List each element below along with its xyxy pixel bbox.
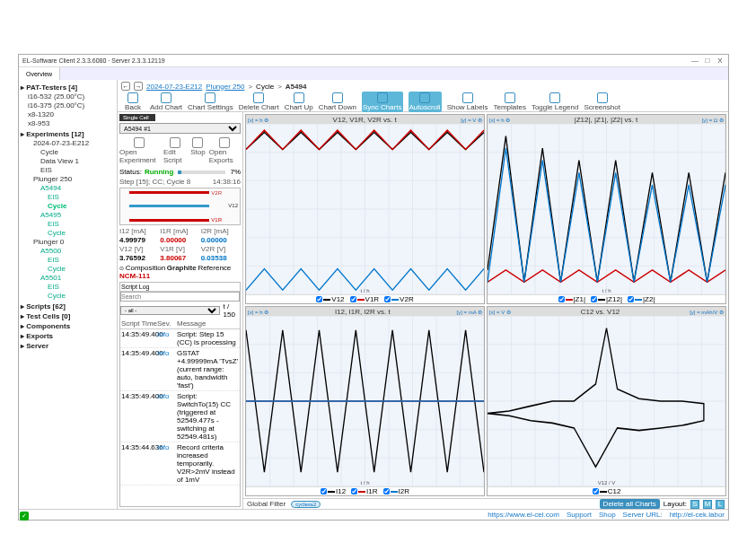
sidebar-group[interactable]: ▸ Components [21, 322, 115, 330]
toolbar-delete-chart[interactable]: Delete Chart [239, 92, 279, 111]
log-row: 14:35:49.400InfoScript: Step 15 (CC) is … [120, 329, 240, 348]
log-search-input[interactable] [120, 292, 240, 302]
log-rows: 14:35:49.400InfoScript: Step 15 (CC) is … [120, 329, 240, 506]
panel-edit-script[interactable]: Edit Script [163, 137, 187, 164]
panel-action-buttons: Open ExperimentEdit ScriptStopOpen Expor… [119, 137, 241, 164]
sidebar-item[interactable]: x8-1320 [21, 110, 115, 119]
progress-pct: 7% [230, 168, 241, 176]
main-area: ▸ PAT-Testers [4]i16-532 (25.00°C)i16-37… [19, 80, 728, 509]
sidebar-item[interactable]: EIS [21, 166, 115, 175]
nav-back-button[interactable]: ← [121, 82, 130, 91]
delete-all-charts-button[interactable]: Delete all Charts [600, 499, 660, 509]
log-row: 14:35:44.636InfoRecord criteria increase… [120, 442, 240, 486]
work-row: Single Cell A5494 #1 Open ExperimentEdit… [118, 112, 728, 509]
breadcrumb-cell: A5494 [286, 83, 307, 91]
breadcrumb-cycle: Cycle [256, 83, 274, 91]
sidebar-group[interactable]: ▸ Server [21, 342, 115, 350]
filter-pill[interactable]: cycles≤2 [291, 501, 321, 508]
toolbar-screenshot[interactable]: Screenshot [584, 92, 620, 111]
layout-l-button[interactable]: L [716, 500, 725, 509]
sidebar-item[interactable]: Cycle [21, 265, 115, 274]
titlebar: EL-Software Client 2.3.3.6080 · Server 2… [19, 55, 728, 67]
sidebar-group[interactable]: ▸ Scripts [62] [21, 302, 115, 311]
composition-line: ⊙ Composition Graphite Reference NCM-111 [119, 264, 241, 280]
chart-3[interactable]: [x] = V ⚙C12 vs. V12[y] = mAh/V ⚙V12 / V… [487, 306, 726, 496]
control-panel: Single Cell A5494 #1 Open ExperimentEdit… [118, 112, 243, 509]
nav-forward-button[interactable]: → [134, 82, 143, 91]
app-window: EL-Software Client 2.3.3.6080 · Server 2… [18, 54, 729, 521]
sidebar-item[interactable]: i16-375 (25.00°C) [21, 101, 115, 110]
chart-1[interactable]: [x] = h ⚙|Z12|, |Z1|, |Z2| vs. t[y] = Ω … [487, 114, 726, 304]
toolbar-chart-down[interactable]: Chart Down [319, 92, 356, 111]
breadcrumb-experiment[interactable]: 2024-07-23-E212 [146, 83, 202, 91]
panel-open-exports[interactable]: Open Exports [209, 137, 241, 164]
sidebar-group[interactable]: ▸ PAT-Testers [4] [21, 83, 115, 92]
close-button[interactable]: X [716, 57, 725, 65]
panel-tab-single-cell[interactable]: Single Cell [119, 114, 155, 121]
link-homepage[interactable]: https://www.el-cel.com [488, 511, 559, 519]
status-value: Running [145, 168, 173, 176]
sidebar-item[interactable]: A5501 [21, 274, 115, 283]
toolbar-templates[interactable]: Templates [493, 92, 525, 111]
sidebar-group[interactable]: ▸ Test Cells [0] [21, 312, 115, 320]
script-log: Script Log - all - t / 150 Script Time S… [119, 282, 241, 507]
toolbar-sync-charts[interactable]: Sync Charts [362, 92, 403, 112]
breadcrumb: ← → 2024-07-23-E212 Plunger 250 > Cycle … [118, 80, 728, 92]
charts-area: [x] = h ⚙V12, V1R, V2R vs. t[y] = V ⚙t /… [243, 112, 728, 509]
toolbar-chart-settings[interactable]: Chart Settings [188, 92, 233, 111]
sidebar-item[interactable]: EIS [21, 193, 115, 202]
sidebar-item[interactable]: Plunger 0 [21, 238, 115, 247]
maximize-button[interactable]: □ [703, 57, 712, 65]
window-title: EL-Software Client 2.3.3.6080 · Server 2… [22, 57, 690, 64]
breadcrumb-plunger[interactable]: Plunger 250 [206, 83, 244, 91]
sidebar-item[interactable]: Data View 1 [21, 157, 115, 166]
cell-diagram: V2R V1R V12 [119, 188, 241, 225]
log-filter-select[interactable]: - all - [120, 306, 220, 315]
statusbar: https://www.el-cel.com Support Shop Serv… [19, 509, 728, 520]
link-support[interactable]: Support [567, 511, 592, 519]
sidebar-item[interactable]: A5494 [21, 184, 115, 193]
sidebar-group[interactable]: ▸ Experiments [12] [21, 130, 115, 138]
script-log-title[interactable]: Script Log [120, 283, 240, 292]
sidebar-item[interactable]: EIS [21, 283, 115, 292]
sidebar-item[interactable]: A5495 [21, 211, 115, 220]
chart-toolbar: BackAdd ChartChart SettingsDelete ChartC… [118, 92, 728, 112]
status-ok-icon: ✓ [20, 512, 29, 521]
layout-m-button[interactable]: M [703, 500, 712, 509]
toolbar-back[interactable]: Back [121, 92, 145, 111]
cell-selector[interactable]: A5494 #1 [119, 123, 241, 134]
toolbar-autoscroll[interactable]: Autoscroll [409, 92, 442, 112]
layout-s-button[interactable]: S [690, 500, 699, 509]
server-url[interactable]: http://el-cek.labor [670, 511, 725, 519]
panel-open-experiment[interactable]: Open Experiment [119, 137, 160, 164]
toolbar-toggle-legend[interactable]: Toggle Legend [532, 92, 579, 111]
main-tabbar: Overview [19, 67, 728, 80]
sidebar-item[interactable]: EIS [21, 220, 115, 229]
log-row: 14:35:49.400InfoGSTAT +4.99999mA 'TvsZ' … [120, 348, 240, 391]
toolbar-show-labels[interactable]: Show Labels [447, 92, 488, 111]
panel-stop[interactable]: Stop [190, 137, 205, 164]
sidebar-item[interactable]: A5500 [21, 247, 115, 256]
toolbar-chart-up[interactable]: Chart Up [285, 92, 313, 111]
content-area: ← → 2024-07-23-E212 Plunger 250 > Cycle … [118, 80, 728, 509]
sidebar-item[interactable]: EIS [21, 256, 115, 265]
sidebar-item[interactable]: i16-532 (25.00°C) [21, 92, 115, 101]
chart-0[interactable]: [x] = h ⚙V12, V1R, V2R vs. t[y] = V ⚙t /… [245, 114, 485, 304]
log-row: 14:35:49.400InfoScript: SwitchTo(15) CC … [120, 391, 240, 442]
status-row: Status: Running 7% [119, 168, 241, 176]
tab-overview[interactable]: Overview [19, 67, 60, 80]
sidebar-item[interactable]: Plunger 250 [21, 175, 115, 184]
progress-bar [178, 171, 225, 174]
sidebar-item[interactable]: x8-953 [21, 119, 115, 128]
sidebar-item[interactable]: Cycle [21, 148, 115, 157]
sidebar-item[interactable]: Cycle [21, 202, 115, 211]
minimize-button[interactable]: — [690, 57, 699, 65]
sidebar-item[interactable]: 2024-07-23-E212 [21, 139, 115, 148]
sidebar-item[interactable]: Cycle [21, 229, 115, 238]
sidebar-group[interactable]: ▸ Exports [21, 332, 115, 340]
toolbar-add-chart[interactable]: Add Chart [150, 92, 182, 111]
chart-2[interactable]: [x] = h ⚙I12, I1R, I2R vs. t[y] = mA ⚙t … [245, 306, 485, 496]
sidebar-item[interactable]: Cycle [21, 292, 115, 301]
window-buttons: — □ X [690, 57, 725, 65]
link-shop[interactable]: Shop [599, 511, 616, 519]
